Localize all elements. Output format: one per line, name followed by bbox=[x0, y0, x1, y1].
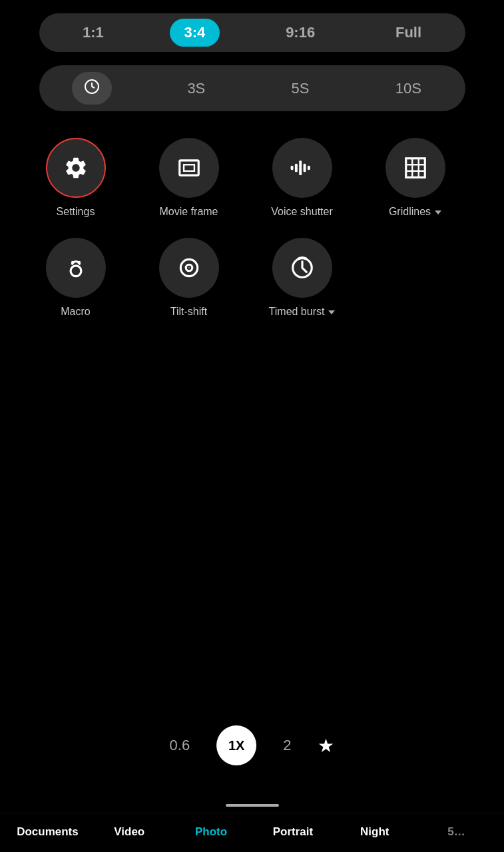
zoom-controls: 0.6 1X 2 ★ bbox=[170, 725, 335, 765]
nav-more[interactable]: 5… bbox=[415, 825, 497, 839]
nav-documents[interactable]: Documents bbox=[7, 825, 89, 839]
aspect-ratio-9-16[interactable]: 9:16 bbox=[271, 19, 330, 47]
zoom-2[interactable]: 2 bbox=[283, 737, 291, 754]
timer-10s[interactable]: 10S bbox=[385, 76, 432, 101]
nav-night[interactable]: Night bbox=[334, 825, 415, 839]
svg-rect-7 bbox=[303, 164, 306, 173]
timed-burst-icon-circle bbox=[272, 238, 332, 298]
gridlines-label: Gridlines bbox=[389, 206, 441, 218]
svg-point-20 bbox=[188, 267, 190, 268]
svg-line-2 bbox=[92, 87, 95, 88]
svg-rect-4 bbox=[184, 165, 194, 171]
svg-rect-5 bbox=[294, 164, 297, 173]
timed-burst-label: Timed burst bbox=[269, 306, 336, 318]
tilt-shift-icon-circle bbox=[159, 238, 219, 298]
timer-5s[interactable]: 5S bbox=[281, 76, 320, 101]
settings-label: Settings bbox=[57, 206, 95, 218]
movie-frame-label: Movie frame bbox=[159, 206, 218, 218]
svg-rect-6 bbox=[299, 161, 302, 175]
svg-point-15 bbox=[71, 266, 81, 276]
macro-button[interactable]: Macro bbox=[33, 238, 119, 318]
icons-row-1: Settings Movie frame bbox=[33, 138, 459, 218]
svg-rect-10 bbox=[405, 159, 425, 178]
settings-button[interactable]: Settings bbox=[33, 138, 119, 218]
tilt-shift-button[interactable]: Tilt-shift bbox=[146, 238, 232, 318]
camera-ui: 1:1 3:4 9:16 Full 3S 5S 10S bbox=[0, 0, 504, 852]
aspect-ratio-1-1[interactable]: 1:1 bbox=[68, 19, 119, 47]
zoom-1x[interactable]: 1X bbox=[216, 725, 256, 765]
voice-shutter-icon-circle bbox=[272, 138, 332, 198]
bottom-nav: Documents Video Photo Portrait Night 5… bbox=[0, 813, 504, 852]
macro-label: Macro bbox=[61, 306, 90, 318]
timed-burst-button[interactable]: Timed burst bbox=[259, 238, 346, 318]
settings-icon-circle bbox=[46, 138, 106, 198]
bottom-line-indicator bbox=[226, 804, 279, 807]
nav-video[interactable]: Video bbox=[89, 825, 170, 839]
tilt-shift-label: Tilt-shift bbox=[170, 306, 207, 318]
svg-rect-9 bbox=[290, 166, 293, 170]
aspect-ratio-full[interactable]: Full bbox=[381, 19, 436, 47]
gridlines-button[interactable]: Gridlines bbox=[372, 138, 459, 218]
timer-3s[interactable]: 3S bbox=[176, 76, 216, 101]
timer-bar: 3S 5S 10S bbox=[39, 65, 465, 111]
voice-shutter-button[interactable]: Voice shutter bbox=[259, 138, 346, 218]
timer-clock-icon[interactable] bbox=[72, 72, 112, 105]
nav-portrait[interactable]: Portrait bbox=[252, 825, 334, 839]
movie-frame-button[interactable]: Movie frame bbox=[146, 138, 232, 218]
voice-shutter-label: Voice shutter bbox=[271, 206, 333, 218]
gridlines-icon-circle bbox=[385, 138, 445, 198]
svg-rect-3 bbox=[179, 161, 198, 175]
camera-options-grid: Settings Movie frame bbox=[33, 138, 472, 318]
icons-row-2: Macro Tilt-shift bbox=[33, 238, 346, 318]
timed-burst-arrow bbox=[328, 310, 335, 314]
svg-rect-8 bbox=[307, 166, 310, 170]
macro-icon-circle bbox=[46, 238, 106, 298]
svg-point-17 bbox=[77, 261, 81, 264]
zoom-0-6[interactable]: 0.6 bbox=[170, 737, 190, 754]
nav-photo[interactable]: Photo bbox=[170, 825, 252, 839]
svg-point-16 bbox=[71, 261, 74, 264]
zoom-star-button[interactable]: ★ bbox=[318, 735, 334, 757]
gridlines-arrow bbox=[435, 211, 441, 214]
movie-frame-icon-circle bbox=[159, 138, 219, 198]
aspect-ratio-bar: 1:1 3:4 9:16 Full bbox=[39, 13, 465, 52]
aspect-ratio-3-4[interactable]: 3:4 bbox=[170, 19, 220, 47]
